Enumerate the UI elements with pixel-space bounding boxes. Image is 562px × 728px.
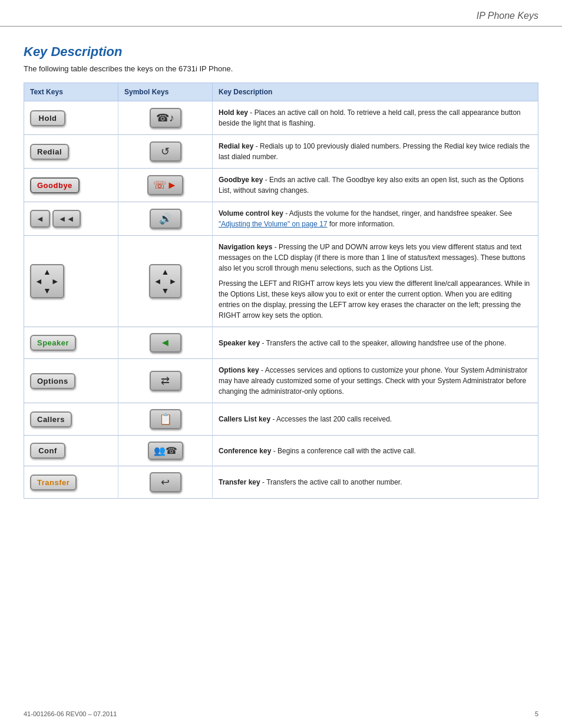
symbol-key-cell: ↩ — [118, 466, 213, 499]
text-key-cell: Redial — [24, 135, 118, 169]
section-title: Key Description — [24, 44, 538, 60]
text-key-cell: ◄ ◄◄ — [24, 202, 118, 236]
key-term: Redial key — [219, 142, 253, 150]
footer-right: 5 — [535, 710, 538, 717]
key-description-text: - Adjusts the volume for the handset, ri… — [283, 209, 512, 218]
page-header: IP Phone Keys — [0, 0, 562, 27]
goodbye-key-button[interactable]: Goodbye — [30, 177, 80, 193]
transfer-key-button[interactable]: Transfer — [30, 475, 77, 490]
text-key-cell: ▲ ◄ ► ▼ — [24, 236, 118, 327]
nav-description: Navigation keys - Pressing the UP and DO… — [219, 242, 532, 321]
description-cell: Navigation keys - Pressing the UP and DO… — [213, 236, 538, 327]
section-intro: The following table describes the keys o… — [24, 64, 538, 73]
key-term: Callers List key — [219, 415, 270, 423]
nav-desc-p2: Pressing the LEFT and RIGHT arrow keys l… — [219, 278, 532, 321]
key-term: Goodbye key — [219, 176, 263, 184]
description-cell: Transfer key - Transfers the active call… — [213, 466, 538, 499]
symbol-key-cell: 🔊 — [118, 202, 213, 236]
conf-key-button[interactable]: Conf — [30, 443, 65, 459]
hold-key-button[interactable]: Hold — [30, 110, 65, 126]
volume-up-button[interactable]: ◄◄ — [52, 210, 81, 228]
symbol-key-cell: ▲ ◄ ► ▼ — [118, 236, 213, 327]
nav-right-symbol: ► — [169, 276, 177, 286]
table-row: Goodbye ☏► Goodbye key - Ends an active … — [24, 169, 538, 202]
description-cell: Goodbye key - Ends an active call. The G… — [213, 169, 538, 202]
hold-symbol: ☎♪ — [150, 108, 181, 128]
table-row: Speaker ◄ Speaker key - Transfers the ac… — [24, 327, 538, 359]
table-row: Transfer ↩ Transfer key - Transfers the … — [24, 466, 538, 499]
col-text-keys: Text Keys — [24, 83, 118, 101]
options-key-button[interactable]: Options — [30, 373, 75, 389]
key-term: Navigation keys — [219, 243, 272, 251]
nav-left-icon[interactable]: ◄ — [35, 276, 43, 286]
table-header-row: Text Keys Symbol Keys Key Description — [24, 83, 538, 101]
key-term: Options key — [219, 366, 259, 374]
symbol-key-cell: 📋 — [118, 403, 213, 436]
navigation-key-symbol: ▲ ◄ ► ▼ — [149, 264, 182, 298]
callers-symbol: 📋 — [150, 409, 181, 429]
volume-link: "Adjusting the Volume" on page 17 — [219, 220, 328, 228]
nav-down-icon[interactable]: ▼ — [43, 286, 51, 295]
header-title: IP Phone Keys — [477, 11, 538, 21]
description-cell: Callers List key - Accesses the last 200… — [213, 403, 538, 436]
nav-down-symbol: ▼ — [161, 286, 170, 295]
description-cell: Speaker key - Transfers the active call … — [213, 327, 538, 359]
description-cell: Volume control key - Adjusts the volume … — [213, 202, 538, 236]
table-row: Options ⇄ Options key - Accesses service… — [24, 359, 538, 403]
description-cell: Redial key - Redials up to 100 previousl… — [213, 135, 538, 169]
text-key-cell: Conf — [24, 436, 118, 466]
nav-right-icon[interactable]: ► — [51, 276, 59, 286]
key-description-text: - Transfers the active call to the speak… — [260, 339, 506, 347]
key-description-text: - Ends an active call. The Goodbye key a… — [219, 176, 524, 195]
table-row: Callers 📋 Callers List key - Accesses th… — [24, 403, 538, 436]
key-description-table: Text Keys Symbol Keys Key Description Ho… — [24, 83, 538, 499]
table-row: ▲ ◄ ► ▼ ▲ — [24, 236, 538, 327]
volume-symbol: 🔊 — [150, 209, 181, 229]
redial-symbol: ↺ — [150, 141, 181, 162]
col-key-description: Key Description — [213, 83, 538, 101]
page-content: Key Description The following table desc… — [0, 27, 562, 522]
nav-up-icon[interactable]: ▲ — [43, 267, 51, 276]
key-description-text: - Accesses the last 200 calls received. — [270, 415, 392, 423]
conf-symbol: 👥☎ — [148, 442, 183, 460]
table-row: Conf 👥☎ Conference key - Begins a confer… — [24, 436, 538, 466]
description-cell: Conference key - Begins a conference cal… — [213, 436, 538, 466]
transfer-symbol: ↩ — [150, 472, 181, 492]
key-description-text: - Places an active call on hold. To retr… — [219, 108, 521, 127]
description-cell: Hold key - Places an active call on hold… — [213, 101, 538, 135]
text-key-cell: Goodbye — [24, 169, 118, 202]
symbol-key-cell: ⇄ — [118, 359, 213, 403]
col-symbol-keys: Symbol Keys — [118, 83, 213, 101]
text-key-cell: Speaker — [24, 327, 118, 359]
callers-key-button[interactable]: Callers — [30, 411, 72, 427]
key-term: Transfer key — [219, 478, 260, 486]
page-footer: 41-001266-06 REV00 – 07.2011 5 — [24, 710, 538, 717]
table-row: Hold ☎♪ Hold key - Places an active call… — [24, 101, 538, 135]
redial-key-button[interactable]: Redial — [30, 144, 69, 160]
volume-icons: ◄ ◄◄ — [30, 210, 112, 228]
table-row: Redial ↺ Redial key - Redials up to 100 … — [24, 135, 538, 169]
nav-up-symbol: ▲ — [161, 267, 170, 276]
speaker-key-button[interactable]: Speaker — [30, 335, 76, 351]
key-description-text: - Accesses services and options to custo… — [219, 366, 527, 396]
speaker-symbol: ◄ — [150, 333, 181, 353]
key-term: Conference key — [219, 447, 271, 455]
goodbye-symbol: ☏► — [147, 175, 183, 195]
symbol-key-cell: ◄ — [118, 327, 213, 359]
nav-left-symbol: ◄ — [154, 276, 162, 286]
description-cell: Options key - Accesses services and opti… — [213, 359, 538, 403]
key-term: Volume control key — [219, 209, 283, 218]
symbol-key-cell: ☎♪ — [118, 101, 213, 135]
table-row: ◄ ◄◄ 🔊 Volume control key - Adjusts the … — [24, 202, 538, 236]
key-description-text: - Transfers the active call to another n… — [260, 478, 402, 486]
key-description-text-after: for more information. — [328, 220, 395, 228]
navigation-symbol-button: ▲ ◄ ► ▼ — [30, 264, 64, 298]
symbol-key-cell: ↺ — [118, 135, 213, 169]
key-term: Hold key — [219, 108, 248, 117]
symbol-key-cell: 👥☎ — [118, 436, 213, 466]
volume-down-button[interactable]: ◄ — [30, 210, 50, 228]
text-key-cell: Transfer — [24, 466, 118, 499]
key-term: Speaker key — [219, 339, 260, 347]
nav-desc-p1: Navigation keys - Pressing the UP and DO… — [219, 242, 532, 274]
text-key-cell: Hold — [24, 101, 118, 135]
